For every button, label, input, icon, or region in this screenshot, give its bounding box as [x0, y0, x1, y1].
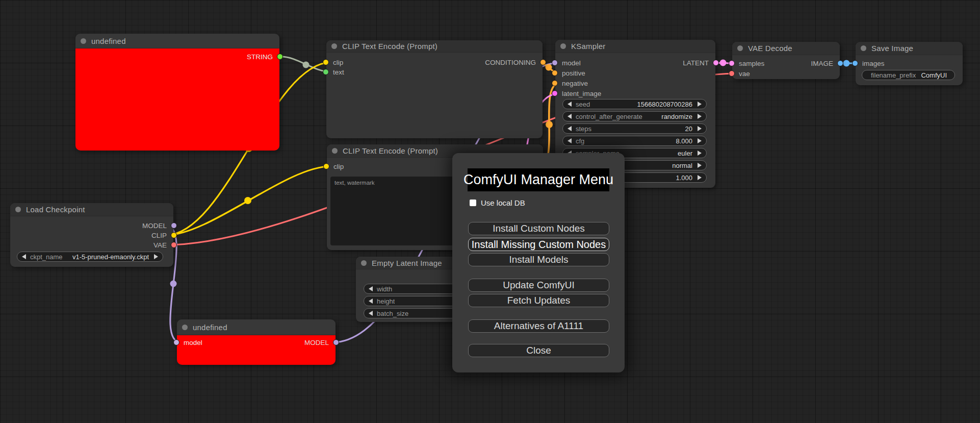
- widget-label: filename_prefix: [871, 71, 916, 79]
- output-slot-image[interactable]: IMAGE: [732, 58, 840, 68]
- use-local-db-checkbox[interactable]: [470, 200, 476, 206]
- image-slot-dot-icon[interactable]: [837, 60, 843, 66]
- increment-arrow-icon[interactable]: [698, 126, 702, 131]
- node-title: undefined: [193, 323, 227, 332]
- widget-label: batch_size: [377, 310, 408, 317]
- increment-arrow-icon[interactable]: [698, 114, 702, 119]
- node-save-image[interactable]: Save Image images filename_prefix ComfyU…: [856, 42, 963, 85]
- update-comfyui-button[interactable]: Update ComfyUI: [468, 279, 609, 292]
- install-models-button[interactable]: Install Models: [468, 253, 609, 266]
- node-title: CLIP Text Encode (Prompt): [342, 42, 437, 51]
- node-title: Save Image: [871, 44, 913, 53]
- input-slot-vae[interactable]: vae: [732, 68, 793, 79]
- node-title: undefined: [91, 37, 126, 45]
- node-title-bar[interactable]: Load Checkpoint: [10, 203, 173, 216]
- node-status-dot-icon: [361, 260, 367, 266]
- output-slot-model[interactable]: MODEL: [10, 220, 173, 231]
- increment-arrow-icon[interactable]: [698, 102, 702, 107]
- node-title-bar[interactable]: VAE Decode: [732, 42, 840, 55]
- node-title: Empty Latent Image: [372, 259, 442, 267]
- increment-arrow-icon[interactable]: [698, 175, 702, 180]
- node-vae-decode[interactable]: VAE Decode samples vae IMAGE: [732, 42, 840, 79]
- output-slot-string[interactable]: STRING: [75, 52, 279, 62]
- conditioning-slot-dot-icon[interactable]: [552, 70, 558, 76]
- slot-label: STRING: [247, 53, 273, 61]
- latent-slot-dot-icon[interactable]: [713, 60, 719, 66]
- node-undefined-bottom[interactable]: undefined model MODEL: [177, 319, 336, 365]
- comfyui-manager-menu-dialog: ComfyUI Manager Menu Use local DB Instal…: [452, 153, 625, 372]
- install-missing-custom-nodes-button[interactable]: Install Missing Custom Nodes: [468, 238, 609, 251]
- string-slot-dot-icon[interactable]: [277, 54, 283, 60]
- decrement-arrow-icon[interactable]: [568, 126, 572, 131]
- decrement-arrow-icon[interactable]: [369, 311, 373, 316]
- node-title-bar[interactable]: CLIP Text Encode (Prompt): [326, 40, 543, 53]
- conditioning-slot-dot-icon[interactable]: [552, 80, 558, 86]
- menu-title: ComfyUI Manager Menu: [468, 168, 609, 191]
- output-slot-conditioning[interactable]: CONDITIONING: [326, 57, 543, 67]
- image-slot-dot-icon[interactable]: [852, 60, 858, 66]
- slot-label: text: [333, 68, 344, 76]
- decrement-arrow-icon[interactable]: [568, 138, 572, 143]
- decrement-arrow-icon[interactable]: [369, 286, 373, 291]
- clip-slot-dot-icon[interactable]: [171, 232, 177, 238]
- node-status-dot-icon: [15, 207, 21, 212]
- node-graph-canvas[interactable]: undefined STRING CLIP Text Encode (Promp…: [0, 0, 980, 423]
- conditioning-slot-dot-icon[interactable]: [540, 59, 546, 65]
- slot-label: LATENT: [683, 59, 709, 67]
- decrement-arrow-icon[interactable]: [568, 102, 572, 107]
- widget-cfg[interactable]: cfg 8.000: [562, 136, 707, 146]
- decrement-arrow-icon[interactable]: [369, 298, 373, 304]
- close-button[interactable]: Close: [468, 344, 609, 357]
- latent-slot-dot-icon[interactable]: [552, 90, 558, 96]
- vae-slot-dot-icon[interactable]: [171, 242, 177, 248]
- slot-label: images: [862, 60, 885, 67]
- model-slot-dot-icon[interactable]: [171, 222, 177, 229]
- widget-seed[interactable]: seed 156680208700286: [562, 99, 707, 109]
- node-title-bar[interactable]: undefined: [177, 319, 336, 335]
- output-slot-model[interactable]: MODEL: [177, 337, 336, 347]
- node-clip-text-encode-1[interactable]: CLIP Text Encode (Prompt) clip text COND…: [326, 40, 543, 138]
- fetch-updates-button[interactable]: Fetch Updates: [468, 294, 609, 307]
- model-slot-dot-icon[interactable]: [333, 339, 339, 345]
- node-status-dot-icon: [331, 43, 337, 49]
- node-load-checkpoint[interactable]: Load Checkpoint MODEL CLIP VAE ckpt_name…: [10, 203, 173, 267]
- prompt-text: text, watermark: [334, 180, 375, 186]
- widget-label: ckpt_name: [30, 253, 63, 261]
- node-status-dot-icon: [861, 45, 866, 51]
- node-title-bar[interactable]: undefined: [75, 34, 279, 48]
- node-title: Load Checkpoint: [26, 205, 85, 214]
- decrement-arrow-icon[interactable]: [568, 114, 572, 119]
- widget-value: euler: [678, 150, 692, 157]
- widget-value: 20: [685, 125, 692, 133]
- widget-steps[interactable]: steps 20: [562, 123, 707, 134]
- increment-arrow-icon[interactable]: [154, 254, 158, 259]
- alternatives-of-a1111-button[interactable]: Alternatives of A1111: [468, 319, 609, 333]
- widget-label: width: [377, 285, 392, 293]
- widget-control-after-generate[interactable]: control_after_generate randomize: [562, 111, 707, 121]
- widget-value: v1-5-pruned-emaonly.ckpt: [72, 253, 149, 261]
- input-slot-text[interactable]: text: [326, 67, 428, 77]
- node-title-bar[interactable]: KSampler: [555, 40, 715, 53]
- output-slot-vae[interactable]: VAE: [10, 240, 173, 250]
- input-slot-latent-image[interactable]: latent_image: [555, 88, 657, 98]
- output-slot-latent[interactable]: LATENT: [555, 58, 715, 68]
- increment-arrow-icon[interactable]: [698, 163, 702, 168]
- slot-label: positive: [562, 69, 585, 77]
- node-undefined-top[interactable]: undefined STRING: [75, 34, 279, 151]
- increment-arrow-icon[interactable]: [698, 138, 702, 143]
- slot-label: MODEL: [142, 222, 167, 230]
- increment-arrow-icon[interactable]: [698, 151, 702, 156]
- node-title-bar[interactable]: Save Image: [856, 42, 963, 55]
- widget-ckpt-name[interactable]: ckpt_name v1-5-pruned-emaonly.ckpt: [17, 252, 163, 262]
- input-slot-positive[interactable]: positive: [555, 68, 657, 78]
- decrement-arrow-icon[interactable]: [22, 254, 26, 259]
- use-local-db-row[interactable]: Use local DB: [470, 198, 525, 207]
- widget-filename-prefix[interactable]: filename_prefix ComfyUI: [862, 70, 955, 80]
- input-slot-images[interactable]: images: [856, 58, 917, 68]
- install-custom-nodes-button[interactable]: Install Custom Nodes: [468, 222, 609, 235]
- input-slot-negative[interactable]: negative: [555, 78, 657, 88]
- vae-slot-dot-icon[interactable]: [729, 70, 735, 77]
- node-status-dot-icon: [182, 325, 188, 330]
- output-slot-clip[interactable]: CLIP: [10, 230, 173, 240]
- string-slot-dot-icon[interactable]: [323, 69, 329, 75]
